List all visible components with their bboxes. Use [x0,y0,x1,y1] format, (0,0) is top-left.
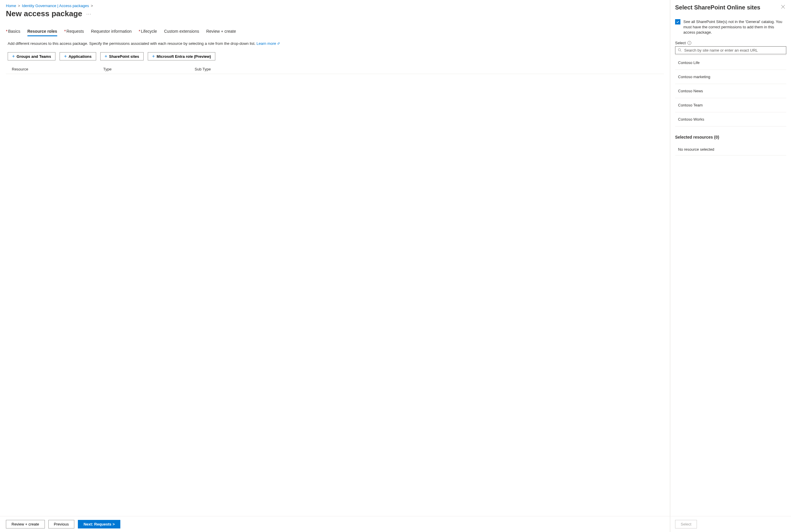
selected-resources-label: Selected resources (0) [675,135,786,139]
list-item[interactable]: Contoso News [675,84,786,98]
page-title: New access package [6,9,82,18]
see-all-sites-label: See all SharePoint Site(s) not in the 'G… [683,19,786,35]
select-label: Select [675,41,686,45]
info-icon[interactable]: i [688,41,691,45]
tab-resource-roles[interactable]: Resource roles [27,27,57,36]
tab-review-create[interactable]: Review + create [206,27,236,36]
plus-icon: + [12,54,15,59]
search-input[interactable] [684,48,784,53]
no-resource-selected: No resource selected [675,144,786,155]
add-groups-teams-button[interactable]: + Groups and Teams [8,52,55,60]
add-applications-button[interactable]: + Applications [60,52,96,60]
tab-lifecycle[interactable]: *Lifecycle [138,27,157,36]
table-header: Resource Type Sub Type [6,64,664,74]
previous-button[interactable]: Previous [49,520,75,529]
column-resource: Resource [12,67,103,71]
see-all-sites-checkbox[interactable] [675,19,680,24]
panel-footer: Select [671,516,791,532]
learn-more-link[interactable]: Learn more [257,41,280,46]
add-entra-role-button[interactable]: + Microsoft Entra role (Preview) [148,52,215,60]
list-item[interactable]: Contoso Works [675,112,786,127]
tab-requests[interactable]: *Requests [64,27,84,36]
list-item[interactable]: Contoso Team [675,98,786,112]
panel-title: Select SharePoint Online sites [675,4,760,11]
tab-basics[interactable]: *Basics [6,27,20,36]
column-subtype: Sub Type [195,67,664,71]
side-panel: Select SharePoint Online sites See all S… [670,0,791,532]
review-create-button[interactable]: Review + create [6,520,45,529]
external-link-icon [277,42,280,45]
plus-icon: + [105,54,107,59]
tab-custom-extensions[interactable]: Custom extensions [164,27,199,36]
svg-line-3 [680,51,682,52]
checkmark-icon [676,20,679,24]
select-button[interactable]: Select [675,520,697,529]
svg-point-2 [678,49,681,51]
tabs: *Basics Resource roles *Requests Request… [6,27,664,36]
breadcrumb-identity-governance[interactable]: Identity Governance | Access packages [22,3,89,8]
plus-icon: + [64,54,67,59]
plus-icon: + [152,54,155,59]
search-input-wrap[interactable] [675,46,786,54]
close-icon [781,5,785,9]
list-item[interactable]: Contoso Life [675,56,786,70]
breadcrumb: Home > Identity Governance | Access pack… [6,3,664,8]
tab-requestor-information[interactable]: Requestor information [91,27,132,36]
search-icon [678,48,682,52]
chevron-right-icon: > [91,3,93,8]
close-panel-button[interactable] [780,4,786,10]
breadcrumb-home[interactable]: Home [6,3,16,8]
chevron-right-icon: > [18,3,20,8]
footer: Review + create Previous Next: Requests … [0,516,670,532]
list-item[interactable]: Contoso marketing [675,70,786,84]
add-sharepoint-sites-button[interactable]: + SharePoint sites [100,52,144,60]
description: Add different resources to this access p… [8,41,664,46]
next-button[interactable]: Next: Requests > [78,520,120,529]
column-type: Type [103,67,195,71]
more-actions-button[interactable]: ··· [87,12,92,16]
site-list: Contoso Life Contoso marketing Contoso N… [675,55,786,127]
